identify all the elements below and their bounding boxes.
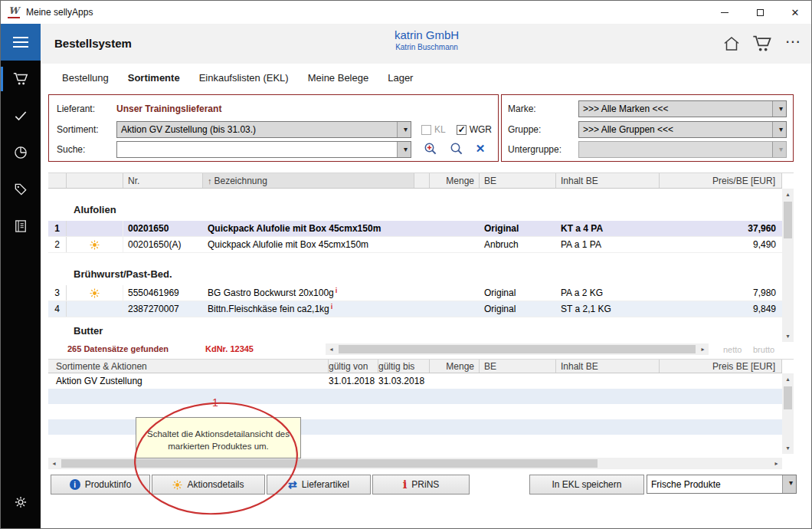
sidebar-item-preise[interactable] [1,171,41,208]
maximize-icon [757,9,764,16]
actions-table-hscrollbar[interactable]: ◂ ▸ [48,458,782,469]
scroll-thumb[interactable] [339,345,696,353]
product-table-hscrollbar[interactable]: ◂ ▸ [326,343,709,355]
sidebar-item-bestellsystem[interactable] [1,61,41,97]
search-button[interactable] [447,140,466,157]
company-name: katrin GmbH [41,28,812,41]
advanced-search-button[interactable] [421,140,440,157]
col-nr[interactable]: Nr. [123,173,203,188]
col-preis-be[interactable]: Preis BE [EUR] [660,360,782,373]
filter-box-left: Lieferant: Unser Trainingslieferant Sort… [48,94,499,162]
product-table-vscrollbar[interactable]: ▴ ▾ [782,189,794,342]
tooltip-line1: Schaltet die Aktionsdetailansicht des [136,428,300,440]
prins-button[interactable]: PRiNS [372,475,470,495]
sidebar-item-statistik[interactable] [1,134,41,171]
sidebar-item-einstellungen[interactable] [1,484,41,521]
scroll-up-icon[interactable]: ▴ [782,373,794,385]
tab-meine-belege[interactable]: Meine Belege [308,72,369,84]
lieferartikel-button[interactable]: Lieferartikel [267,475,371,495]
tab-bestellung[interactable]: Bestellung [62,72,109,84]
aktionsdetails-button[interactable]: Aktionsdetails [152,475,265,495]
scroll-down-icon[interactable]: ▾ [782,330,794,342]
col-preis[interactable]: Preis/BE [EUR] [660,173,782,188]
app-icon: W [8,6,20,18]
app-window: W Meine sellyApps ✕ Bestell [0,0,812,529]
scroll-right-icon[interactable]: ▸ [697,343,709,355]
kl-checkbox-box [421,125,431,135]
col-inhalt-be[interactable]: Inhalt BE [556,360,660,373]
sun-icon [172,480,182,490]
produktinfo-button[interactable]: Produktinfo [51,475,150,495]
action-sun-icon [90,288,100,298]
tab-sortimente[interactable]: Sortimente [128,72,180,84]
scroll-right-icon[interactable]: ▸ [771,458,782,469]
suche-label: Suche: [57,144,116,155]
maximize-button[interactable] [742,1,778,24]
col-gueltig-bis[interactable]: gültig bis [378,360,430,373]
close-icon: ✕ [791,8,800,18]
tooltip-line2: markierten Produktes um. [136,440,300,452]
table-row[interactable]: 2 00201650(A) Quickpack Alufolie mit Box… [48,237,782,253]
marke-label: Marke: [508,104,578,114]
close-button[interactable]: ✕ [778,1,812,24]
menu-button[interactable] [1,24,41,61]
filter-box-right: Marke: >>> Alle Marken <<< Gruppe: >>> A… [501,94,794,162]
in-ekl-speichern-button[interactable]: In EKL speichern [529,475,644,495]
scroll-thumb[interactable] [784,386,792,409]
clear-search-button[interactable]: ✕ [471,140,489,157]
kl-checkbox[interactable]: KL [421,124,446,135]
minimize-button[interactable] [707,1,742,24]
search-plus-icon [423,141,438,156]
home-button[interactable] [722,34,741,53]
sortiment-select[interactable]: Aktion GV Zustellung (bis 31.03.) [116,121,411,138]
product-table: Nr. Bezeichnung Menge BE Inhalt BE Preis… [48,172,794,342]
marke-select[interactable]: >>> Alle Marken <<< [578,100,787,117]
gruppe-select[interactable]: >>> Alle Gruppen <<< [578,121,787,138]
status-bar: 265 Datensätze gefunden KdNr. 12345 ◂ ▸ … [48,342,794,357]
action-row[interactable]: Aktion GV Zustellung 31.01.2018 31.03.20… [48,373,782,389]
col-bezeichnung[interactable]: Bezeichnung [203,173,414,188]
cart-button[interactable] [751,33,773,54]
scroll-thumb[interactable] [784,202,792,238]
sidebar-item-katalog[interactable] [1,208,41,245]
gruppe-label: Gruppe: [508,124,578,135]
sidebar-item-bestaetigungen[interactable] [1,97,41,134]
wgr-checkbox[interactable]: WGR [457,124,492,135]
tooltip: Schaltet die Aktionsdetailansicht des ma… [136,417,301,458]
more-button[interactable]: ⋯ [784,32,805,55]
info-circle-icon [70,479,80,490]
clear-icon: ✕ [476,142,486,156]
window-title: Meine sellyApps [26,7,93,18]
table-row[interactable]: 4 2387270007 Bittn.Fleischkäse fein ca2,… [48,301,782,317]
col-inhalt-be[interactable]: Inhalt BE [556,173,660,188]
scroll-up-icon[interactable]: ▴ [782,189,794,200]
col-menge[interactable]: Menge [430,360,480,373]
untergruppe-select [578,141,787,158]
pie-chart-icon [13,145,28,160]
ellipsis-icon: ⋯ [785,33,801,50]
tab-lager[interactable]: Lager [388,72,413,84]
col-gueltig-von[interactable]: gültig von [329,360,378,373]
tab-einkaufslisten[interactable]: Einkaufslisten (EKL) [199,72,289,84]
actions-table-vscrollbar[interactable]: ▴ ▾ [782,373,794,454]
col-sortimente-aktionen[interactable]: Sortimente & Aktionen [48,360,329,373]
scroll-thumb[interactable] [61,459,598,468]
tab-bar: Bestellung Sortimente Einkaufslisten (EK… [41,64,812,91]
table-row-selected[interactable]: 1 00201650 Quickpack Alufolie mit Box 45… [48,221,782,237]
col-be[interactable]: BE [480,173,556,188]
scroll-left-icon[interactable]: ◂ [326,343,337,355]
lieferant-value: Unser Trainingslieferant [116,104,221,114]
sidebar [1,24,41,529]
group-header-bruehwurst: Brühwurst/Past-Bed. [48,253,782,285]
col-menge[interactable]: Menge [430,173,480,188]
brutto-toggle[interactable]: brutto [753,345,774,354]
search-input[interactable] [116,141,411,158]
col-be[interactable]: BE [480,360,556,373]
table-row[interactable]: 3 5550461969 BG Gastro Bockwurst 20x100g… [48,285,782,301]
check-icon [13,108,28,123]
scroll-down-icon[interactable]: ▾ [782,442,794,454]
netto-toggle[interactable]: netto [723,345,742,354]
empty-row [48,389,782,404]
produktgruppe-select[interactable]: Frische Produkte [647,475,797,494]
scroll-left-icon[interactable]: ◂ [48,458,60,469]
